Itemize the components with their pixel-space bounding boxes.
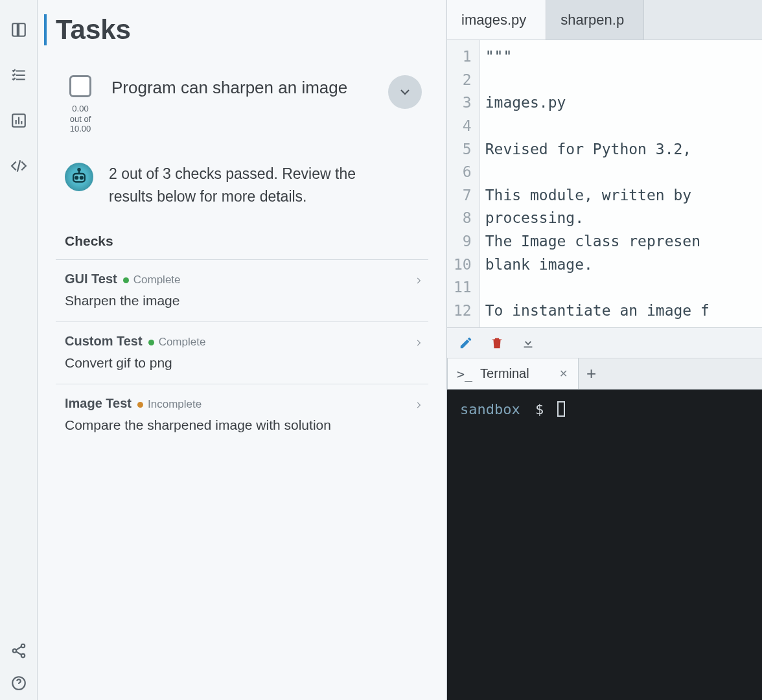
check-item[interactable]: GUI TestCompleteSharpen the image	[56, 259, 428, 321]
download-icon[interactable]	[521, 336, 535, 350]
line-gutter: 123456789101112	[447, 40, 480, 327]
chevron-right-icon	[414, 336, 423, 352]
check-item[interactable]: Image TestIncompleteCompare the sharpene…	[56, 384, 428, 446]
svg-point-6	[76, 176, 78, 179]
svg-point-7	[80, 176, 83, 179]
chevron-right-icon	[414, 399, 423, 414]
delete-icon[interactable]	[490, 336, 504, 350]
task-checkbox[interactable]	[69, 75, 91, 97]
score-earned: 0.00	[70, 104, 91, 114]
edit-icon[interactable]	[459, 336, 473, 350]
terminal-tab-label: Terminal	[480, 366, 529, 381]
close-icon[interactable]: ✕	[559, 368, 568, 380]
new-terminal-button[interactable]: +	[579, 364, 605, 384]
check-status: Incomplete	[148, 398, 202, 410]
check-status: Complete	[133, 274, 181, 286]
task-summary: 2 out of 3 checks passed. Review the res…	[56, 142, 428, 228]
book-icon[interactable]	[8, 19, 29, 40]
status-dot-icon	[148, 340, 154, 345]
score-total: 10.00	[70, 124, 91, 134]
checks-heading: Checks	[56, 228, 428, 259]
code-area[interactable]: 123456789101112 """images.pyRevised for …	[447, 40, 762, 327]
check-description: Sharpen the image	[65, 293, 369, 309]
check-name: Image Test	[65, 396, 132, 411]
terminal-prompt-symbol: $	[535, 401, 544, 417]
terminal-cursor	[557, 401, 565, 417]
check-description: Convert gif to png	[65, 355, 369, 371]
collapse-button[interactable]	[388, 75, 422, 109]
editor-panel: images.pysharpen.p 123456789101112 """im…	[447, 0, 762, 700]
check-name: Custom Test	[65, 334, 143, 349]
share-icon[interactable]	[8, 640, 29, 661]
score-box: 0.00 out of 10.00	[62, 75, 98, 134]
task-title: Program can sharpen an image	[111, 75, 375, 98]
check-status: Complete	[159, 336, 206, 348]
checklist-icon[interactable]	[8, 65, 29, 86]
terminal-body[interactable]: sandbox $	[447, 390, 762, 700]
check-item[interactable]: Custom TestCompleteConvert gif to png	[56, 321, 428, 384]
terminal-tab[interactable]: >_ Terminal ✕	[447, 358, 579, 389]
svg-point-8	[78, 169, 80, 170]
editor-tab-bar: images.pysharpen.p	[447, 0, 762, 40]
task-header: 0.00 out of 10.00 Program can sharpen an…	[56, 64, 428, 142]
bot-icon	[65, 163, 93, 191]
chevron-right-icon	[414, 274, 423, 290]
editor-tab[interactable]: images.py	[447, 0, 546, 40]
editor-tab[interactable]: sharpen.p	[546, 0, 644, 40]
score-middle: out of	[70, 114, 91, 124]
terminal-tab-bar: >_ Terminal ✕ +	[447, 358, 762, 390]
panel-title: Tasks	[44, 14, 428, 45]
bar-chart-icon[interactable]	[8, 110, 29, 131]
status-dot-icon	[137, 402, 143, 408]
terminal-icon: >_	[457, 366, 472, 382]
left-icon-rail	[0, 0, 38, 700]
tasks-panel: Tasks 0.00 out of 10.00 Program can shar…	[38, 0, 447, 700]
check-name: GUI Test	[65, 272, 117, 286]
code-icon[interactable]	[8, 156, 29, 176]
terminal-prompt-path: sandbox	[460, 401, 520, 417]
help-icon[interactable]	[8, 673, 29, 694]
status-dot-icon	[123, 277, 129, 283]
summary-text: 2 out of 3 checks passed. Review the res…	[109, 163, 394, 209]
code-lines: """images.pyRevised for Python 3.2,This …	[480, 40, 710, 327]
checks-list: GUI TestCompleteSharpen the imageCustom …	[56, 259, 428, 446]
chevron-down-icon	[397, 84, 413, 100]
editor-toolbar	[447, 327, 762, 358]
check-description: Compare the sharpened image with solutio…	[65, 417, 369, 433]
